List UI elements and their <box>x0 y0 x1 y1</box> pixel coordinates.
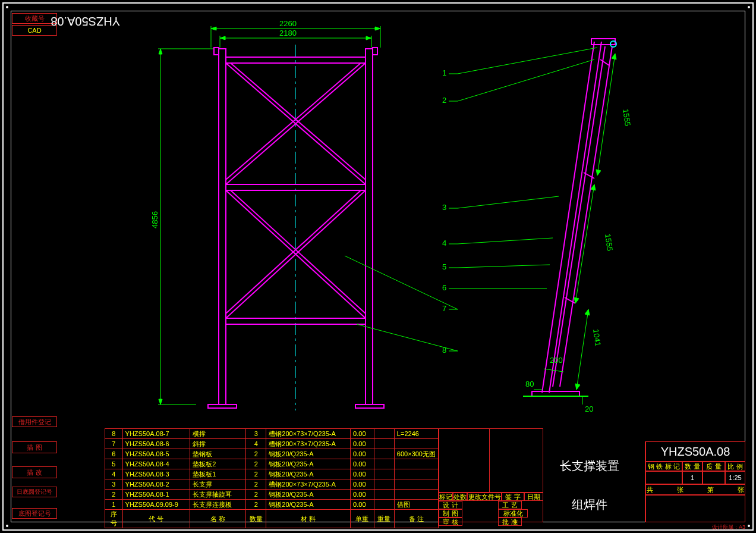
svg-line-56 <box>458 48 597 74</box>
svg-line-58 <box>458 59 594 101</box>
callout-5: 5 <box>442 262 446 271</box>
callout-2: 2 <box>442 96 446 105</box>
bom-header: 代 号 <box>122 510 190 528</box>
bom-row: 2YHZS50A.08-1长支撑轴旋耳2钢板20/Q235-A0.00 <box>105 490 439 500</box>
callout-7: 7 <box>442 304 446 313</box>
bom-header: 材 料 <box>266 510 351 528</box>
bom-row: 8YHZS50A.08-7横撑3槽钢200×73×7/Q235-A0.00L=2… <box>105 429 439 439</box>
left-label: 描 图 <box>12 441 57 453</box>
bom-header: 序号 <box>105 510 123 528</box>
callout-1: 1 <box>442 68 446 77</box>
bom-table: 8YHZS50A.08-7横撑3槽钢200×73×7/Q235-A0.00L=2… <box>105 428 439 528</box>
bom-row: 4YHZS50A.08-3垫板板12钢板20/Q235-A0.00 <box>105 469 439 479</box>
left-label: 借用件登记 <box>12 416 57 427</box>
left-label: 底图登记号 <box>12 508 57 519</box>
rev-grid <box>439 428 543 493</box>
title-block: YHZS50A.08 钢 铁 标 记 数 量 质 量 比 例 1 1:25 共 … <box>645 441 745 522</box>
callout-4: 4 <box>442 239 446 247</box>
left-label: 描 改 <box>12 466 57 478</box>
svg-line-60 <box>458 196 559 208</box>
bom-header: 名 称 <box>190 510 246 528</box>
format-label: 设计所属：A3 <box>712 523 745 531</box>
left-label: 日底圆登记号 <box>12 487 57 497</box>
bom-header: 单重 <box>351 510 374 528</box>
bom-row: 7YHZS50A.08-6斜撑4槽钢200×73×7/Q235-A0.00 <box>105 439 439 449</box>
callout-3: 3 <box>442 203 446 212</box>
bom-row: 1YHZS50A.09.09-9长支撑连接板2钢板20/Q235-A0.00借图 <box>105 500 439 510</box>
bom-header: 备 注 <box>394 510 438 528</box>
drawing-title-2: 组焊件 <box>572 497 607 513</box>
drawing-title-1: 长支撑装置 <box>560 458 619 474</box>
svg-line-68 <box>345 256 458 309</box>
svg-line-64 <box>458 265 550 268</box>
corner-dot <box>6 525 8 527</box>
corner-dot <box>748 525 750 527</box>
bom-row: 3YHZS50A.08-2长支撑2槽钢200×73×7/Q235-A0.00 <box>105 479 439 490</box>
bom-header: 重量 <box>374 510 394 528</box>
callout-8: 8 <box>442 346 446 355</box>
bom-row: 6YHZS50A.08-5垫钢板2钢板20/Q235-A0.00600×300无… <box>105 449 439 459</box>
bom-row: 5YHZS50A.08-4垫板板22钢板20/Q235-A0.00 <box>105 459 439 469</box>
svg-line-62 <box>458 238 553 244</box>
rev-grid2 <box>439 493 543 522</box>
callouts <box>0 0 756 416</box>
bom-header: 数量 <box>246 510 266 528</box>
callout-6: 6 <box>442 283 446 292</box>
